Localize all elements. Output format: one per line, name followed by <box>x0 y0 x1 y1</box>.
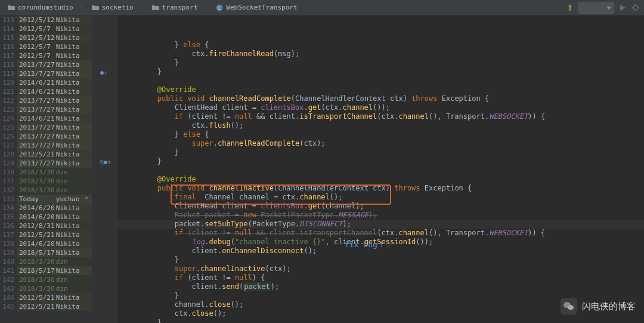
annotation-row[interactable]: 2018/3/30dzn <box>17 275 92 284</box>
code-line[interactable]: final Channel channel = ctx.channel(); <box>118 193 644 202</box>
annotation-row[interactable]: 2012/8/31Nikita <box>17 222 92 230</box>
annotation-author: dzn <box>56 284 89 293</box>
code-line[interactable] <box>118 166 644 175</box>
annotation-row[interactable]: 2012/5/21Nikita <box>17 302 92 311</box>
annotation-author: Nikita <box>56 16 89 24</box>
breadcrumb-item[interactable]: socketio <box>88 2 137 13</box>
run-icon[interactable] <box>618 3 627 13</box>
annotation-row[interactable]: 2018/3/30dzn <box>17 257 92 266</box>
annotation-author: Nikita <box>56 159 89 168</box>
annotation-row[interactable]: 2018/3/30dzn <box>17 168 92 177</box>
svg-text:C: C <box>218 5 221 11</box>
code-line[interactable]: ctx.fireChannelRead(msg); <box>118 50 644 59</box>
code-line[interactable]: } <box>118 318 644 323</box>
line-number: 142 <box>0 275 17 284</box>
breadcrumb-bar: corundumstudio 〉 socketio 〉 transport 〉 … <box>0 0 644 16</box>
breadcrumb-label: WebSocketTransport <box>226 4 297 11</box>
line-number: 140 <box>0 257 17 266</box>
code-line[interactable]: super.channelInactive(ctx); <box>118 264 644 273</box>
line-number: 118 <box>0 60 17 69</box>
code-line[interactable]: } <box>118 67 644 76</box>
annotation-row[interactable]: 2018/3/30dzn <box>17 177 92 186</box>
annotation-row[interactable]: 2013/7/27Nikita <box>17 96 92 105</box>
annotation-row[interactable]: 2012/5/7Nikita <box>17 51 92 60</box>
annotation-date: Today <box>17 195 56 204</box>
annotation-row[interactable]: 2013/7/27Nikita <box>17 141 92 150</box>
annotation-row[interactable]: 2014/6/21Nikita <box>17 114 92 123</box>
line-numbers: 1131141151161171181191201211221231241251… <box>0 16 17 323</box>
code-line[interactable]: } <box>118 157 644 166</box>
annotation-row[interactable]: 2012/5/12Nikita <box>17 16 92 24</box>
annotation-author: Nikita <box>56 105 89 114</box>
code-line[interactable]: client.send(packet); <box>118 282 644 291</box>
code-line[interactable]: } else { <box>118 130 644 139</box>
code-line[interactable]: ClientHead client = clientsBox.get(ctx.c… <box>118 103 644 112</box>
line-number: 124 <box>0 114 17 123</box>
annotation-author: Nikita <box>56 132 89 141</box>
annotation-row[interactable]: 2018/5/17Nikita <box>17 266 92 275</box>
line-number: 128 <box>0 150 17 159</box>
annotation-row[interactable]: 2018/3/30dzn <box>17 284 92 293</box>
annotation-date: 2012/5/21 <box>17 150 56 159</box>
annotation-row[interactable]: 2013/7/27Nikita <box>17 123 92 132</box>
line-number: 113 <box>0 16 17 24</box>
annotation-row[interactable]: 2014/6/20Nikita <box>17 239 92 248</box>
run-config-select[interactable] <box>578 2 614 14</box>
code-line[interactable]: packet.setSubType(PacketType.DISCONNECT)… <box>118 220 644 229</box>
annotation-row[interactable]: 2012/5/12Nikita <box>17 33 92 42</box>
annotation-author: Nikita <box>56 87 89 96</box>
code-line[interactable]: } <box>118 256 644 264</box>
override-marker-icon[interactable]: ⎘●↑ <box>100 159 111 165</box>
code-line[interactable]: } <box>118 59 644 67</box>
annotation-row[interactable]: 2013/7/27Nikita <box>17 69 92 78</box>
breadcrumb-item[interactable]: C WebSocketTransport <box>212 2 301 13</box>
code-line[interactable] <box>118 76 644 85</box>
code-line[interactable]: public void channelInactive(ChannelHandl… <box>118 184 644 193</box>
debug-icon[interactable] <box>631 3 640 13</box>
code-line[interactable]: ClientHead client = clientsBox.get(chann… <box>118 202 644 211</box>
code-line[interactable]: if (client != null && client.isTransport… <box>118 112 644 121</box>
annotation-author: dzn <box>56 186 89 195</box>
override-marker-icon[interactable]: ●↑ <box>100 69 107 76</box>
breadcrumb-item[interactable]: corundumstudio <box>4 2 77 13</box>
code-line[interactable]: public void channelReadComplete(ChannelH… <box>118 94 644 103</box>
annotation-row[interactable]: 2012/5/21Nikita <box>17 230 92 239</box>
annotation-row[interactable]: Todayyuchao * <box>17 195 92 204</box>
annotation-row[interactable]: 2018/5/17Nikita <box>17 248 92 257</box>
build-icon[interactable] <box>565 3 575 13</box>
annotation-author: Nikita <box>56 302 89 311</box>
code-line[interactable]: Packet packet = new Packet(PacketType.ME… <box>118 211 644 220</box>
annotation-row[interactable]: 2018/3/30dzn <box>17 186 92 195</box>
annotation-date: 2018/5/17 <box>17 266 56 275</box>
annotation-row[interactable]: 2012/5/21Nikita <box>17 150 92 159</box>
annotation-row[interactable]: 2012/5/7Nikita <box>17 24 92 33</box>
annotation-row[interactable]: 2014/6/21Nikita <box>17 87 92 96</box>
code-line[interactable]: if (client != null) { <box>118 273 644 282</box>
code-line[interactable]: if (client != null && client.isTransport… <box>118 229 644 238</box>
code-line[interactable]: } else { <box>118 41 644 50</box>
annotation-date: 2018/3/30 <box>17 168 56 177</box>
annotation-author: Nikita <box>56 69 89 78</box>
code-line[interactable]: @Override <box>118 175 644 184</box>
code-line[interactable]: } <box>118 148 644 157</box>
annotation-row[interactable]: 2014/6/20Nikita <box>17 204 92 213</box>
annotation-row[interactable]: 2012/5/21Nikita <box>17 293 92 302</box>
annotation-row[interactable]: 2013/7/27Nikita <box>17 60 92 69</box>
code-area[interactable]: } else { ctx.fireChannelRead(msg); } } @… <box>118 16 644 323</box>
code-line[interactable]: @Override <box>118 85 644 94</box>
watermark: 闪电侠的博客 <box>561 298 636 315</box>
annotation-row[interactable]: 2013/7/27Nikita <box>17 132 92 141</box>
code-line[interactable]: ctx.flush(); <box>118 121 644 130</box>
annotation-author: yuchao * <box>56 195 89 204</box>
annotation-row[interactable]: 2013/7/27Nikita <box>17 159 92 168</box>
annotation-author: Nikita <box>56 239 89 248</box>
annotation-row[interactable]: 2014/6/21Nikita <box>17 78 92 87</box>
annotation-author: Nikita <box>56 60 89 69</box>
line-number: 136 <box>0 222 17 230</box>
annotation-date: 2013/7/27 <box>17 132 56 141</box>
annotation-row[interactable]: 2014/6/20Nikita <box>17 213 92 222</box>
annotation-row[interactable]: 2012/5/7Nikita <box>17 42 92 51</box>
annotation-row[interactable]: 2013/7/27Nikita <box>17 105 92 114</box>
code-line[interactable]: super.channelReadComplete(ctx); <box>118 139 644 148</box>
breadcrumb-item[interactable]: transport <box>148 2 202 13</box>
